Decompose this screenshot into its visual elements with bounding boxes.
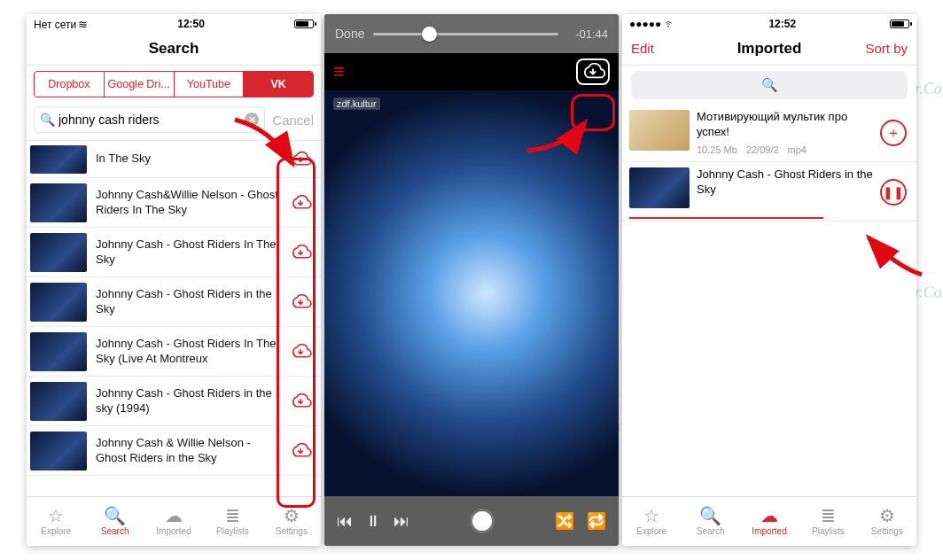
airplay-icon[interactable] [472, 511, 492, 531]
scrub-bar[interactable]: Done -01:44 [324, 14, 619, 53]
result-title: Johnny Cash - Ghost Riders In The Sky [87, 237, 287, 267]
search-box[interactable]: 🔍 [631, 71, 908, 99]
tab-settings[interactable]: ⚙Settings [262, 497, 321, 546]
star-icon: ☆ [643, 507, 659, 525]
cancel-button[interactable]: Cancel [272, 113, 314, 128]
result-thumb [30, 332, 87, 371]
shuffle-icon[interactable]: 🔀 [555, 511, 574, 531]
pause-button[interactable]: ❚❚ [880, 179, 907, 206]
done-button[interactable]: Done [335, 27, 364, 41]
next-icon[interactable]: ⏭ [394, 512, 409, 531]
phone-imported-screen: ●●●●● ᯤ 12:52 Edit Imported Sort by 🔍 Мо… [622, 14, 916, 546]
status-carrier: ●●●●● ᯤ [629, 18, 675, 30]
prev-icon[interactable]: ⏮ [337, 512, 353, 531]
tab-explore[interactable]: ☆Explore [27, 497, 85, 546]
item-title: Johnny Cash - Ghost Riders in the Sky [697, 167, 873, 198]
clear-icon[interactable]: ✕ [245, 113, 259, 127]
status-time: 12:52 [768, 18, 796, 30]
source-tab-google-drive[interactable]: Google Dri... [105, 72, 175, 97]
status-time: 12:50 [177, 18, 205, 30]
download-button[interactable] [287, 239, 314, 266]
download-button[interactable] [576, 58, 610, 85]
cloud-down-icon: ☁ [165, 507, 183, 525]
gear-icon: ⚙ [284, 507, 300, 525]
item-thumb [629, 167, 690, 208]
tab-search[interactable]: 🔍Search [85, 497, 144, 546]
result-title: Johnny Cash - Ghost Riders in the sky (1… [87, 386, 287, 416]
cloud-down-icon: ☁ [760, 507, 778, 525]
phone-search-screen: Нет сети 12:50 Search Dropbox Google Dri… [27, 14, 321, 546]
status-bar: ●●●●● ᯤ 12:52 [622, 14, 916, 32]
phone-player-screen: Done -01:44 ≡ zdf.kultur ⏮ ⏸ ⏭ 🔀 🔁 [324, 14, 619, 546]
result-row[interactable]: Johnny Cash - Ghost Riders in the sky (1… [27, 377, 321, 426]
imported-row[interactable]: Мотивирующий мультик про успех! 10.25 Mb… [622, 105, 916, 162]
add-button[interactable]: ＋ [880, 120, 907, 146]
result-title: Johnny Cash - Ghost Riders In The Sky (L… [87, 337, 287, 366]
search-icon: 🔍 [40, 113, 55, 127]
result-thumb [30, 432, 87, 471]
search-input[interactable] [58, 113, 245, 127]
sort-by-button[interactable]: Sort by [865, 32, 908, 65]
pause-icon[interactable]: ⏸ [365, 512, 381, 531]
player-controls: ⏮ ⏸ ⏭ 🔀 🔁 [324, 496, 619, 546]
download-button[interactable] [287, 338, 314, 365]
page-title: Search [149, 40, 199, 58]
imported-list: Мотивирующий мультик про успех! 10.25 Mb… [622, 105, 916, 496]
list-icon: ≣ [225, 507, 240, 525]
now-playing-bar: ≡ [324, 53, 619, 90]
search-icon: 🔍 [104, 507, 126, 525]
download-button[interactable] [287, 190, 314, 216]
header: Search [27, 32, 321, 66]
result-thumb [30, 283, 87, 322]
tab-explore[interactable]: ☆Explore [622, 497, 681, 546]
result-thumb [30, 183, 87, 222]
tab-bar: ☆Explore 🔍Search ☁Imported ≣Playlists ⚙S… [27, 496, 321, 546]
source-tab-vk[interactable]: VK [244, 72, 313, 97]
battery-icon [890, 19, 909, 28]
download-progress [629, 217, 823, 219]
result-title: Johnny Cash & Willie Nelson - Ghost Ride… [87, 436, 287, 465]
download-button[interactable] [287, 289, 314, 315]
tab-settings[interactable]: ⚙Settings [858, 497, 916, 546]
result-row[interactable]: Johnny Cash&Willie Nelson - Ghost Riders… [27, 178, 321, 228]
status-bar: Нет сети 12:50 [27, 14, 321, 32]
gear-icon: ⚙ [879, 507, 895, 525]
source-tab-dropbox[interactable]: Dropbox [35, 72, 105, 97]
result-row[interactable]: In The Sky [27, 141, 321, 178]
edit-button[interactable]: Edit [631, 32, 654, 65]
result-row[interactable]: Johnny Cash & Willie Nelson - Ghost Ride… [27, 426, 321, 476]
result-row[interactable]: Johnny Cash - Ghost Riders In The Sky (L… [27, 327, 321, 377]
results-list: In The Sky Johnny Cash&Willie Nelson - G… [27, 141, 321, 496]
search-icon: 🔍 [699, 507, 721, 525]
progress-track[interactable] [373, 33, 558, 35]
tab-playlists[interactable]: ≣Playlists [799, 497, 857, 546]
tab-bar: ☆Explore 🔍Search ☁Imported ≣Playlists ⚙S… [622, 496, 916, 546]
status-carrier: Нет сети [34, 18, 88, 31]
tab-imported[interactable]: ☁Imported [144, 497, 203, 546]
download-button[interactable] [287, 438, 314, 464]
item-meta: 10.25 Mb 22/09/2 mp4 [697, 144, 873, 156]
time-remaining: -01:44 [567, 27, 608, 41]
tab-playlists[interactable]: ≣Playlists [203, 497, 261, 546]
search-icon: 🔍 [761, 77, 778, 93]
star-icon: ☆ [48, 507, 64, 525]
repeat-icon[interactable]: 🔁 [587, 511, 606, 531]
page-title: Imported [737, 40, 802, 58]
download-button[interactable] [287, 146, 314, 173]
result-row[interactable]: Johnny Cash - Ghost Riders in the Sky [27, 277, 321, 327]
result-title: Johnny Cash - Ghost Riders in the Sky [87, 287, 287, 316]
header: Edit Imported Sort by [622, 32, 916, 66]
tab-search[interactable]: 🔍Search [681, 497, 739, 546]
broadcaster-label: zdf.kultur [333, 97, 380, 110]
tab-imported[interactable]: ☁Imported [740, 497, 799, 546]
list-icon: ≣ [821, 507, 836, 525]
source-tab-youtube[interactable]: YouTube [175, 72, 245, 97]
video-cover[interactable]: zdf.kultur [324, 90, 619, 496]
search-box[interactable]: 🔍 ✕ [34, 106, 265, 133]
result-title: In The Sky [87, 152, 287, 166]
result-row[interactable]: Johnny Cash - Ghost Riders In The Sky [27, 228, 321, 277]
progress-thumb[interactable] [422, 27, 437, 42]
download-button[interactable] [287, 388, 314, 415]
menu-icon[interactable]: ≡ [333, 60, 343, 83]
imported-row[interactable]: Johnny Cash - Ghost Riders in the Sky ❚❚ [622, 162, 916, 217]
